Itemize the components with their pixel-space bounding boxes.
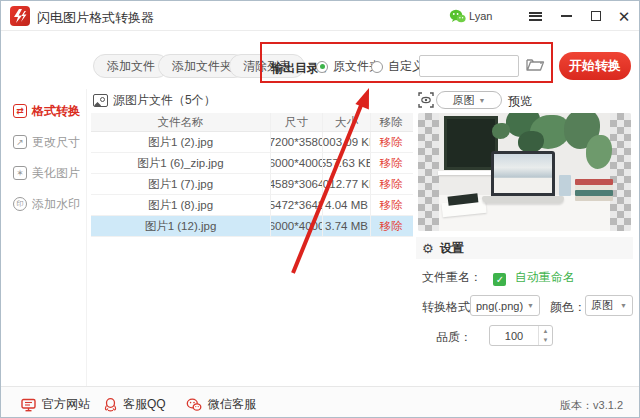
menu-icon[interactable] [526,8,544,24]
preview-bar: 原图 ▼ 预览 [416,91,633,111]
account-name: Lyan [469,10,492,22]
radio-original-folder-circle [316,61,328,73]
table-row[interactable]: 图片1 (6)_zip.jpg 6000*4000 557.63 KB 移除 [91,153,413,174]
settings-title: 设置 [440,240,464,257]
format-convert-icon: ⇄ [13,104,27,118]
cell-size: 3.74 MB [323,216,371,236]
start-convert-button[interactable]: 开始转换 [559,52,631,80]
cell-size: 557.63 KB [323,153,371,173]
col-dimensions: 尺寸 [271,113,323,131]
photo-wall-frame [444,116,498,170]
wechat-icon [449,9,466,24]
format-dropdown[interactable]: png(.png) ▼ [470,295,540,316]
maximize-button[interactable] [587,8,605,24]
qq-support-label: 客服QQ [123,396,166,413]
wechat-support-link[interactable]: 微信客服 [186,396,256,413]
resize-icon: ↗ [13,135,27,149]
remove-link[interactable]: 移除 [371,132,411,152]
cell-filename: 图片1 (2).jpg [91,132,271,152]
official-website-link[interactable]: 官方网站 [21,396,90,413]
sidebar-item-format-convert[interactable]: ⇄ 格式转换 [13,101,80,121]
radio-custom[interactable]: 自定义 [371,58,424,75]
cell-dimensions: 4589*3064 [271,174,323,194]
table-row[interactable]: 图片1 (2).jpg 7200*3580 1003.09 KB 移除 [91,132,413,153]
qq-support-link[interactable]: 客服QQ [104,396,166,413]
quality-value: 100 [490,326,538,345]
wechat-support-label: 微信客服 [208,396,256,413]
cell-dimensions: 7200*3580 [271,132,323,152]
radio-custom-circle [371,61,383,73]
sidebar-item-label: 添加水印 [32,196,80,213]
sidebar: ⇄ 格式转换 ↗ 更改尺寸 ✶ 美化图片 印 添加水印 [1,89,87,386]
table-row-selected[interactable]: 图片1 (12).jpg 6000*4000 3.74 MB 移除 [91,216,413,237]
format-value: png(.png) [476,300,523,312]
cell-dimensions: 5472*3648 [271,195,323,215]
sidebar-item-label: 美化图片 [32,165,80,182]
remove-link[interactable]: 移除 [371,195,411,215]
footer-bar: 官方网站 客服QQ 微信客服 版本：v3.1.2 [1,386,639,418]
transparency-checker-right [610,113,631,231]
app-title: 闪电图片格式转换器 [37,9,154,27]
beautify-image-icon: ✶ [13,166,27,180]
cell-size: 4.04 MB [323,195,371,215]
col-filename: 文件名称 [91,113,271,131]
title-bar: 闪电图片格式转换器 Lyan ✕ [1,1,639,31]
cell-dimensions: 6000*4000 [271,216,323,236]
preview-mode-dropdown[interactable]: 原图 ▼ [436,91,502,109]
sidebar-item-watermark[interactable]: 印 添加水印 [13,194,80,214]
table-header-row: 文件名称 尺寸 大小 移除 [91,113,413,132]
gear-icon: ⚙ [422,241,434,256]
quality-row: 品质： 100 ▲ ▼ [436,329,626,346]
preview-mode-value: 原图 [453,93,475,108]
close-button[interactable]: ✕ [615,8,633,24]
custom-path-input[interactable] [419,55,519,77]
cell-size: 1012.77 KB [323,174,371,194]
spin-down-icon[interactable]: ▼ [539,336,552,346]
remove-link[interactable]: 移除 [371,174,411,194]
color-dropdown[interactable]: 原图 ▼ [585,295,633,316]
sidebar-item-resize[interactable]: ↗ 更改尺寸 [13,132,80,152]
cell-dimensions: 6000*4000 [271,153,323,173]
minimize-button[interactable] [557,8,575,24]
color-label: 颜色： [550,299,586,316]
file-list-title-row: 源图片文件（5个） [93,92,216,109]
sidebar-item-label: 更改尺寸 [32,134,80,151]
official-website-label: 官方网站 [42,396,90,413]
image-file-icon [93,94,108,107]
account-chip[interactable]: Lyan [449,7,492,25]
table-row[interactable]: 图片1 (7).jpg 4589*3064 1012.77 KB 移除 [91,174,413,195]
file-table: 文件名称 尺寸 大小 移除 图片1 (2).jpg 7200*3580 1003… [91,113,413,237]
wechat-icon [186,398,202,412]
col-size: 大小 [323,113,371,131]
cell-filename: 图片1 (6)_zip.jpg [91,153,271,173]
rename-row: 文件重名： ✓ 自动重命名 [422,269,575,286]
cell-filename: 图片1 (12).jpg [91,216,271,236]
file-list-panel: 源图片文件（5个） 文件名称 尺寸 大小 移除 图片1 (2).jpg 7200… [91,89,413,386]
cell-size: 1003.09 KB [323,132,371,152]
transparency-checker-left [418,113,439,231]
quality-label: 品质： [436,330,472,344]
preview-label: 预览 [508,93,532,110]
chevron-down-icon: ▼ [527,302,534,309]
version-label: 版本：v3.1.2 [560,398,623,413]
auto-rename-checkbox[interactable]: ✓ [493,273,506,286]
preview-eye-icon[interactable] [418,92,434,108]
qq-icon [104,398,117,412]
watermark-icon: 印 [13,197,27,211]
settings-header: ⚙ 设置 [416,237,633,259]
remove-link[interactable]: 移除 [371,216,411,236]
spin-up-icon[interactable]: ▲ [539,326,552,336]
rename-label: 文件重名： [422,270,482,284]
monitor-icon [21,398,36,412]
remove-link[interactable]: 移除 [371,153,411,173]
auto-rename-label: 自动重命名 [515,270,575,284]
sidebar-item-beautify[interactable]: ✶ 美化图片 [13,163,80,183]
cell-filename: 图片1 (7).jpg [91,174,271,194]
table-row[interactable]: 图片1 (8).jpg 5472*3648 4.04 MB 移除 [91,195,413,216]
app-logo-icon [10,6,30,26]
chevron-down-icon: ▼ [479,97,486,104]
preview-image [418,113,631,231]
quality-stepper[interactable]: 100 ▲ ▼ [489,325,553,346]
format-row: 转换格式： png(.png) ▼ 颜色： 原图 ▼ [422,299,632,316]
browse-folder-icon[interactable] [525,57,545,77]
